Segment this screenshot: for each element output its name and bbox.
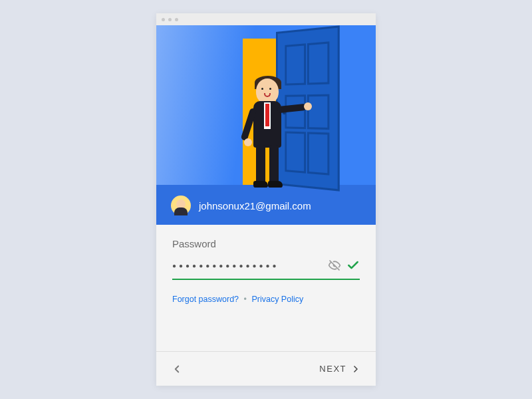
window-dot	[175, 18, 178, 21]
password-label: Password	[172, 238, 360, 249]
account-chip[interactable]: johnsonux21@gmail.com	[171, 196, 311, 215]
visibility-off-icon[interactable]	[328, 259, 341, 272]
account-email: johnsonux21@gmail.com	[199, 200, 311, 211]
chevron-left-icon	[171, 363, 183, 375]
person-illustration	[241, 78, 295, 198]
privacy-policy-link[interactable]: Privacy Policy	[251, 295, 303, 304]
forgot-password-link[interactable]: Forgot password?	[172, 295, 239, 304]
login-screen: johnsonux21@gmail.com Password ●●●●●●●●●…	[156, 13, 376, 386]
next-button[interactable]: NEXT	[319, 364, 361, 374]
bottom-nav: NEXT	[156, 351, 376, 386]
window-titlebar	[156, 13, 376, 25]
password-mask: ●●●●●●●●●●●●●●●●	[172, 262, 323, 269]
window-dot	[162, 18, 165, 21]
checkmark-icon	[346, 259, 360, 272]
password-form: Password ●●●●●●●●●●●●●●●● Forgot passwor…	[156, 225, 376, 309]
help-links: Forgot password? • Privacy Policy	[172, 295, 360, 304]
separator: •	[244, 295, 247, 304]
hero-illustration: johnsonux21@gmail.com	[156, 25, 376, 225]
avatar	[171, 196, 191, 215]
chevron-right-icon	[350, 364, 361, 374]
password-field[interactable]: ●●●●●●●●●●●●●●●●	[172, 259, 360, 280]
back-button[interactable]	[171, 363, 183, 375]
next-label: NEXT	[319, 364, 346, 374]
window-dot	[168, 18, 172, 21]
